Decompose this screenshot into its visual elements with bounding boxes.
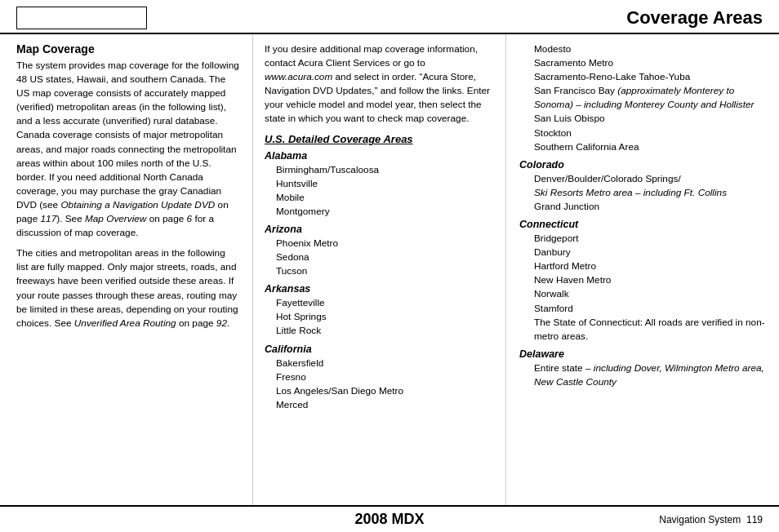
list-item: Denver/Boulder/Colorado Springs/ (534, 172, 766, 186)
italic-ski: Ski Resorts Metro area – including Ft. C… (534, 187, 727, 198)
list-item: Southern California Area (534, 140, 766, 154)
state-colorado: Colorado (519, 159, 766, 171)
list-item: Los Angeles/San Diego Metro (276, 384, 494, 398)
list-item: Norwalk (534, 287, 766, 301)
text-on-page2: on page (146, 213, 186, 224)
page-92-link[interactable]: 92 (216, 317, 227, 329)
state-arkansas: Arkansas (265, 283, 494, 295)
list-item: Hot Springs (276, 310, 494, 324)
list-item: Montgomery (276, 205, 494, 219)
state-alabama: Alabama (265, 150, 494, 162)
list-item: Fayetteville (276, 296, 494, 310)
list-item: Huntsville (276, 177, 494, 191)
middle-intro: If you desire additional map coverage in… (265, 42, 494, 126)
footer-right: Navigation System 119 (616, 514, 763, 525)
text-period: . (227, 317, 229, 329)
page-title: Coverage Areas (626, 7, 763, 29)
arizona-cities: Phoenix Metro Sedona Tucson (265, 237, 494, 278)
list-item: Little Rock (276, 324, 494, 338)
italic-unverified: Unverified Area Routing (74, 317, 176, 329)
list-item: Sacramento-Reno-Lake Tahoe-Yuba (534, 70, 766, 84)
list-item: The State of Connecticut: All roads are … (534, 316, 766, 344)
state-delaware: Delaware (519, 348, 766, 360)
footer: 2008 MDX Navigation System 119 (0, 505, 779, 532)
state-arizona: Arizona (265, 224, 494, 235)
map-coverage-heading: Map Coverage (16, 42, 239, 55)
list-item: Danbury (534, 246, 766, 259)
alabama-cities: Birmingham/Tuscaloosa Huntsville Mobile … (265, 163, 494, 219)
connecticut-cities: Bridgeport Danbury Hartford Metro New Ha… (519, 232, 766, 344)
text-on-page3: on page (176, 317, 216, 329)
list-item: Sedona (276, 250, 494, 264)
page-container: Coverage Areas Map Coverage The system p… (0, 0, 779, 532)
page-117-link[interactable]: 117 (41, 213, 57, 224)
right-column: Modesto Sacramento Metro Sacramento-Reno… (506, 34, 779, 505)
list-item: Birmingham/Tuscaloosa (276, 163, 494, 177)
left-text1: The system provides map coverage for the… (16, 60, 239, 211)
california-continued-cities: Modesto Sacramento Metro Sacramento-Reno… (519, 42, 766, 154)
middle-text1: If you desire additional map coverage in… (265, 43, 478, 69)
left-para2: The cities and metropolitan areas in the… (16, 246, 239, 330)
main-content: Map Coverage The system provides map cov… (0, 34, 779, 505)
middle-column: If you desire additional map coverage in… (253, 34, 506, 505)
footer-page-number: 119 (746, 514, 763, 525)
list-item: Grand Junction (534, 200, 766, 214)
california-cities: Bakersfield Fresno Los Angeles/San Diego… (265, 357, 494, 412)
list-item: Ski Resorts Metro area – including Ft. C… (534, 186, 766, 200)
list-item: Sacramento Metro (534, 56, 766, 70)
us-coverage-heading: U.S. Detailed Coverage Areas (265, 133, 494, 145)
top-rectangle (16, 7, 147, 29)
state-california: California (265, 344, 494, 355)
list-item: Tucson (276, 264, 494, 278)
list-item: Stamford (534, 302, 766, 316)
delaware-text: Entire state – including Dover, Wilmingt… (519, 361, 766, 389)
delaware-entire: Entire state – (534, 362, 594, 374)
list-item: Bakersfield (276, 357, 494, 370)
italic-map-overview: Map Overview (85, 213, 146, 224)
arkansas-cities: Fayetteville Hot Springs Little Rock (265, 296, 494, 338)
list-item: New Haven Metro (534, 273, 766, 287)
footer-center-text: 2008 MDX (163, 511, 616, 528)
list-item: Merced (276, 398, 494, 412)
list-item: Modesto (534, 42, 766, 56)
acura-url: www.acura.com (265, 71, 332, 82)
left-column: Map Coverage The system provides map cov… (0, 34, 253, 505)
footer-nav-label: Navigation System (659, 514, 741, 525)
list-item: Phoenix Metro (276, 237, 494, 250)
list-item: Mobile (276, 191, 494, 205)
list-item: San Luis Obispo (534, 112, 766, 126)
list-item: Hartford Metro (534, 259, 766, 273)
list-item: Bridgeport (534, 232, 766, 246)
state-connecticut: Connecticut (519, 219, 766, 230)
colorado-cities: Denver/Boulder/Colorado Springs/ Ski Res… (519, 172, 766, 214)
list-item: Stockton (534, 126, 766, 140)
left-para1: The system provides map coverage for the… (16, 59, 239, 240)
italic-note: (approximately Monterey to Sonoma) – inc… (534, 85, 755, 110)
list-item: Fresno (276, 370, 494, 384)
list-item: San Francisco Bay (approximately Montere… (534, 84, 766, 112)
italic-obtaining: Obtaining a Navigation Update DVD (60, 199, 215, 211)
text-see: ). See (56, 213, 85, 224)
top-bar: Coverage Areas (0, 0, 779, 34)
